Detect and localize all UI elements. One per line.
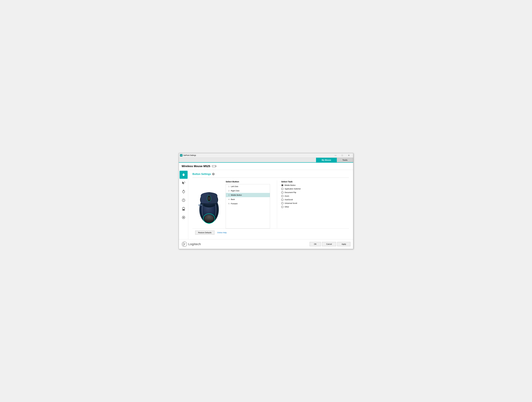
help-badge[interactable]: ? <box>212 173 215 175</box>
title-bar-left: SetPoint Settings <box>180 154 196 157</box>
svg-rect-17 <box>183 209 184 210</box>
maximize-button[interactable]: □ <box>339 154 345 157</box>
svg-point-40 <box>208 223 210 224</box>
sidebar-item-more[interactable] <box>180 214 188 222</box>
task-list: Middle Button Application Switcher <box>281 184 349 208</box>
minimize-button[interactable]: — <box>332 154 339 157</box>
tab-my-mouse[interactable]: My Mouse <box>316 158 337 162</box>
online-help-link[interactable]: Online Help <box>217 232 227 234</box>
panel-footer: Restore Defaults Online Help <box>192 229 349 236</box>
svg-text:+: + <box>183 199 184 202</box>
main-window: SetPoint Settings — □ ✕ My Mouse Tools W… <box>179 153 353 249</box>
list-item[interactable]: 4 Back <box>226 197 270 202</box>
radio-zoom[interactable] <box>281 195 284 197</box>
battery-icon <box>182 207 185 211</box>
mouse-visual-area <box>192 180 226 229</box>
list-item[interactable]: 2 Right Click <box>226 189 270 193</box>
tab-tools[interactable]: Tools <box>337 158 353 162</box>
radio-universal-scroll[interactable] <box>281 202 284 204</box>
radio-document-flip[interactable] <box>281 191 284 194</box>
svg-marker-11 <box>183 193 184 194</box>
buttons-icon <box>182 172 185 177</box>
task-item-other[interactable]: Other <box>281 206 349 208</box>
logitech-logo: Logitech <box>182 241 201 247</box>
scroll-icon <box>182 190 185 194</box>
app-icon <box>180 154 183 157</box>
radio-other[interactable] <box>281 206 284 208</box>
task-item-application-switcher[interactable]: Application Switcher <box>281 188 349 190</box>
mouse-image <box>195 182 223 226</box>
sidebar-item-scroll[interactable] <box>180 188 188 196</box>
more-icon <box>182 216 185 220</box>
task-item-document-flip[interactable]: Document Flip <box>281 191 349 194</box>
radio-middle-button[interactable] <box>281 184 284 186</box>
sidebar-item-buttons[interactable] <box>180 171 188 179</box>
cancel-button[interactable]: Cancel <box>322 242 336 246</box>
pointer-icon <box>182 181 185 185</box>
ok-button[interactable]: OK <box>310 242 321 246</box>
select-task-label: Select Task <box>281 180 349 183</box>
window-controls: — □ ✕ <box>332 154 352 157</box>
settings-panel: Button Settings ? <box>188 170 353 239</box>
logitech-logo-text: Logitech <box>188 242 201 246</box>
svg-rect-16 <box>183 207 184 208</box>
device-header: Wireless Mouse M525 <box>179 163 353 170</box>
svg-marker-33 <box>198 204 199 206</box>
battery-body <box>212 165 216 167</box>
select-task-section: Select Task Middle Button <box>281 180 349 229</box>
svg-marker-10 <box>183 190 184 190</box>
sidebar: + <box>179 170 188 239</box>
battery-indicator <box>212 165 216 167</box>
main-area: + <box>179 170 353 239</box>
svg-point-2 <box>181 155 182 156</box>
select-button-label: Select Button <box>226 180 273 183</box>
task-item-zoom[interactable]: Zoom <box>281 195 349 197</box>
svg-rect-9 <box>183 190 184 191</box>
bottom-bar: Logitech OK Cancel Apply <box>179 239 353 249</box>
content-area: Wireless Mouse M525 <box>179 163 353 239</box>
section-title: Button Settings ? <box>192 173 349 176</box>
svg-line-6 <box>184 181 185 182</box>
extra-icon: + <box>182 198 185 203</box>
app-title: SetPoint Settings <box>183 154 196 156</box>
task-item-universal-scroll[interactable]: Universal Scroll <box>281 202 349 204</box>
close-button[interactable]: ✕ <box>346 154 352 157</box>
tab-bar: My Mouse Tools <box>179 158 353 163</box>
restore-defaults-button[interactable]: Restore Defaults <box>195 230 215 235</box>
select-button-section: Select Button 1 Left Click 2 Right Click <box>226 180 273 229</box>
task-item-middle-button[interactable]: Middle Button <box>281 184 349 186</box>
button-task-area: Select Button 1 Left Click 2 Right Click <box>226 180 349 229</box>
list-item[interactable]: 1 Left Click <box>226 184 270 189</box>
apply-button[interactable]: Apply <box>337 242 350 246</box>
radio-application-switcher[interactable] <box>281 188 284 190</box>
task-item-autoscroll[interactable]: AutoScroll <box>281 198 349 201</box>
device-name: Wireless Mouse M525 <box>182 165 210 168</box>
svg-marker-5 <box>182 182 184 184</box>
svg-point-4 <box>183 173 184 174</box>
button-list: 1 Left Click 2 Right Click 3 Middle Butt… <box>226 184 270 229</box>
title-bar: SetPoint Settings — □ ✕ <box>179 153 353 158</box>
list-item[interactable]: 5 Forward <box>226 202 270 206</box>
list-item-selected[interactable]: 3 Middle Button <box>226 193 270 197</box>
bottom-buttons: OK Cancel Apply <box>310 242 350 246</box>
settings-area: Select Button 1 Left Click 2 Right Click <box>192 180 349 229</box>
sidebar-item-pointer[interactable] <box>180 179 188 187</box>
sidebar-item-extra[interactable]: + <box>180 197 188 204</box>
radio-autoscroll[interactable] <box>281 198 284 201</box>
sidebar-item-battery[interactable] <box>180 205 188 213</box>
